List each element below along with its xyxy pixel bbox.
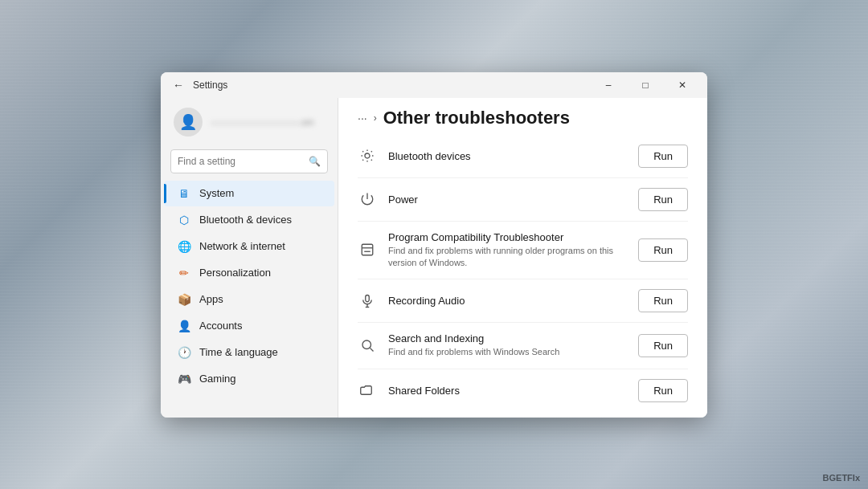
ts-icon-recording-audio [358, 291, 377, 311]
window-title: Settings [193, 79, 227, 91]
ts-name-recording-audio: Recording Audio [388, 295, 627, 307]
sidebar-item-system[interactable]: 🖥 System [164, 181, 334, 206]
sidebar-item-gaming[interactable]: 🎮 Gaming [164, 366, 334, 392]
sidebar-item-accounts[interactable]: 👤 Accounts [164, 313, 334, 339]
troubleshooter-list: Bluetooth devices Run Power Run Program … [338, 135, 707, 418]
ts-info-bluetooth-devices: Bluetooth devices [388, 150, 627, 162]
ts-item-shared-folders: Shared Folders Run [358, 369, 688, 412]
nav-label-gaming: Gaming [199, 373, 236, 385]
nav-label-system: System [199, 187, 234, 199]
main-panel: ··· › Other troubleshooters Bluetooth de… [338, 98, 707, 418]
run-btn-power[interactable]: Run [638, 188, 688, 211]
ts-name-search-indexing: Search and Indexing [388, 332, 627, 344]
ts-info-power: Power [388, 194, 627, 206]
ts-item-recording-audio: Recording Audio Run [358, 279, 688, 323]
sidebar-item-apps[interactable]: 📦 Apps [164, 287, 334, 312]
ts-icon-power [358, 189, 377, 209]
watermark: BGETFIx [823, 473, 860, 483]
search-box[interactable]: 🔍 [170, 149, 328, 173]
breadcrumb-dots[interactable]: ··· [358, 112, 367, 124]
nav-label-personalization: Personalization [199, 267, 271, 279]
nav-icon-bluetooth: ⬡ [177, 213, 191, 227]
run-btn-search-indexing[interactable]: Run [638, 334, 688, 357]
sidebar: 👤 ——————————.om 🔍 🖥 System ⬡ Bluetooth &… [161, 98, 338, 418]
minimize-button[interactable]: – [590, 72, 627, 98]
nav-icon-time: 🕐 [177, 345, 191, 360]
search-icon: 🔍 [309, 156, 321, 167]
svg-line-8 [370, 348, 373, 352]
ts-info-shared-folders: Shared Folders [388, 385, 627, 397]
search-input[interactable] [178, 156, 304, 167]
ts-items-container: Bluetooth devices Run Power Run Program … [358, 135, 688, 412]
ts-info-search-indexing: Search and Indexing Find and fix problem… [388, 332, 627, 358]
nav-icon-network: 🌐 [177, 239, 191, 254]
sidebar-item-time[interactable]: 🕐 Time & language [164, 340, 334, 365]
ts-info-recording-audio: Recording Audio [388, 295, 627, 307]
user-email: ——————————.om [211, 117, 313, 127]
nav-items-container: 🖥 System ⬡ Bluetooth & devices 🌐 Network… [161, 180, 338, 393]
ts-name-power: Power [388, 194, 627, 206]
svg-rect-4 [366, 295, 370, 301]
ts-icon-program-compatibility [358, 240, 377, 259]
run-btn-bluetooth-devices[interactable]: Run [638, 145, 688, 168]
user-profile: 👤 ——————————.om [161, 98, 338, 146]
ts-desc-search-indexing: Find and fix problems with Windows Searc… [388, 346, 627, 358]
nav-label-network: Network & internet [199, 240, 285, 252]
nav-icon-gaming: 🎮 [177, 372, 191, 386]
svg-point-7 [362, 340, 371, 349]
close-button[interactable]: ✕ [664, 72, 701, 98]
title-bar-left: ← Settings [170, 77, 227, 93]
run-btn-program-compatibility[interactable]: Run [638, 238, 688, 262]
svg-rect-1 [362, 245, 373, 256]
ts-item-search-indexing: Search and Indexing Find and fix problem… [358, 323, 688, 369]
nav-icon-system: 🖥 [177, 186, 191, 201]
main-header: ··· › Other troubleshooters [338, 98, 707, 135]
nav-icon-apps: 📦 [177, 292, 191, 307]
sidebar-item-bluetooth[interactable]: ⬡ Bluetooth & devices [164, 207, 334, 233]
ts-desc-program-compatibility: Find and fix problems with running older… [388, 245, 627, 270]
nav-label-bluetooth: Bluetooth & devices [199, 214, 292, 226]
run-btn-recording-audio[interactable]: Run [638, 289, 688, 312]
back-button[interactable]: ← [170, 77, 186, 93]
ts-name-bluetooth-devices: Bluetooth devices [388, 150, 627, 162]
nav-label-apps: Apps [199, 293, 223, 305]
ts-item-program-compatibility: Program Compatibility Troubleshooter Fin… [358, 222, 688, 280]
nav-label-time: Time & language [199, 346, 278, 358]
page-title: Other troubleshooters [383, 108, 570, 128]
ts-name-shared-folders: Shared Folders [388, 385, 627, 397]
ts-icon-shared-folders [358, 381, 377, 400]
sidebar-item-network[interactable]: 🌐 Network & internet [164, 234, 334, 259]
settings-window: ← Settings – □ ✕ 👤 ——————————.om 🔍 🖥 [161, 72, 707, 418]
title-bar: ← Settings – □ ✕ [161, 72, 707, 98]
ts-name-program-compatibility: Program Compatibility Troubleshooter [388, 231, 627, 243]
ts-icon-search-indexing [358, 336, 377, 355]
content-area: 👤 ——————————.om 🔍 🖥 System ⬡ Bluetooth &… [161, 98, 707, 418]
nav-icon-accounts: 👤 [177, 319, 191, 333]
ts-info-program-compatibility: Program Compatibility Troubleshooter Fin… [388, 231, 627, 270]
sidebar-item-personalization[interactable]: ✏ Personalization [164, 260, 334, 286]
breadcrumb-chevron: › [374, 112, 377, 124]
maximize-button[interactable]: □ [627, 72, 664, 98]
svg-point-0 [365, 153, 370, 158]
nav-label-accounts: Accounts [199, 320, 242, 332]
title-controls: – □ ✕ [590, 72, 701, 98]
ts-item-power: Power Run [358, 178, 688, 222]
ts-icon-bluetooth-devices [358, 146, 377, 165]
nav-icon-personalization: ✏ [177, 266, 191, 280]
run-btn-shared-folders[interactable]: Run [638, 379, 688, 402]
ts-item-bluetooth-devices: Bluetooth devices Run [358, 135, 688, 178]
avatar: 👤 [174, 108, 203, 137]
